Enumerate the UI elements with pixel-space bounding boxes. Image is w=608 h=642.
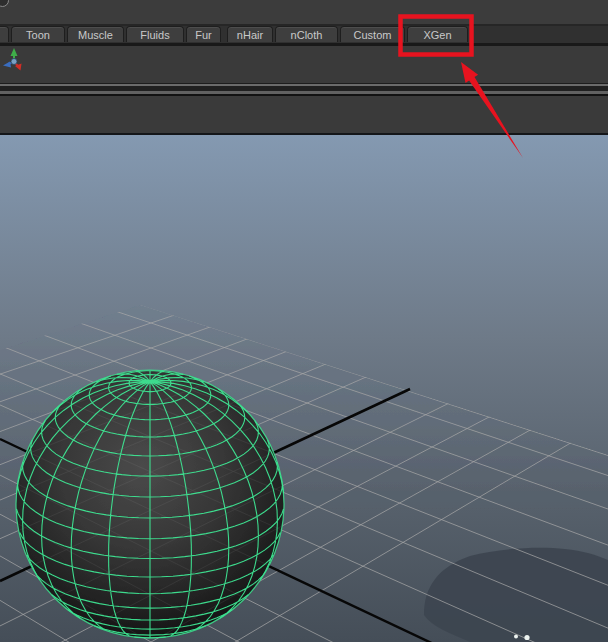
viewport-canvas[interactable] bbox=[0, 135, 608, 642]
shelf-tab-ncloth[interactable]: nCloth bbox=[275, 26, 338, 42]
viewport-3d[interactable] bbox=[0, 135, 608, 642]
axis-arrows-icon[interactable] bbox=[3, 47, 27, 73]
shelf-tab-muscle[interactable]: Muscle bbox=[67, 26, 124, 42]
shelf-toolbar bbox=[0, 46, 608, 83]
maya-window: ToonMuscleFluidsFurnHairnClothCustomXGen bbox=[0, 0, 608, 642]
highlight-dot bbox=[524, 635, 529, 640]
panel-strip bbox=[0, 96, 608, 133]
partial-tab[interactable] bbox=[0, 26, 9, 42]
pane-separator[interactable] bbox=[0, 83, 608, 96]
highlight-dot bbox=[514, 635, 518, 639]
shelf-tab-fur[interactable]: Fur bbox=[186, 26, 221, 42]
circle-icon bbox=[0, 0, 9, 7]
status-line-strip bbox=[0, 0, 608, 26]
shelf-tab-toon[interactable]: Toon bbox=[11, 26, 65, 42]
shelf-tab-nhair[interactable]: nHair bbox=[227, 26, 273, 42]
shelf-tab-bar: ToonMuscleFluidsFurnHairnClothCustomXGen bbox=[0, 26, 608, 46]
shelf-tab-custom[interactable]: Custom bbox=[340, 26, 405, 42]
shelf-tab-xgen[interactable]: XGen bbox=[407, 26, 468, 42]
shelf-tab-fluids[interactable]: Fluids bbox=[126, 26, 184, 42]
